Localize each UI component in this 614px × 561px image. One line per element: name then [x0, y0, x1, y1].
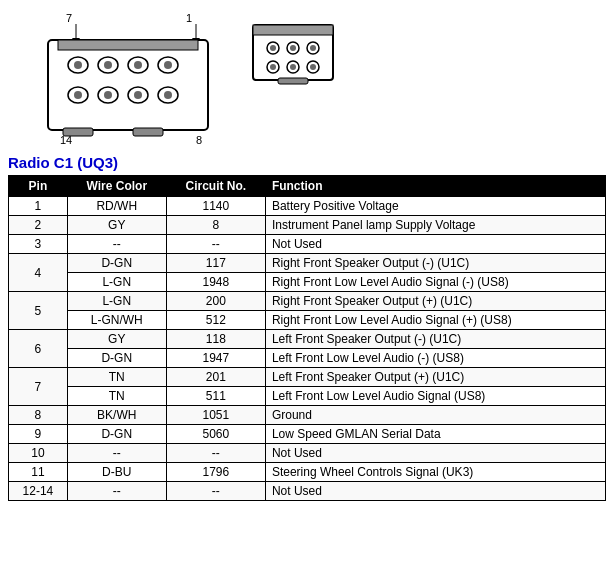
table-row: 9D-GN5060Low Speed GMLAN Serial Data [9, 425, 606, 444]
cell-function: Not Used [265, 482, 605, 501]
cell-wire: TN [67, 368, 166, 387]
cell-circuit: 117 [166, 254, 265, 273]
table-row: 1RD/WH1140Battery Positive Voltage [9, 197, 606, 216]
header-pin: Pin [9, 176, 68, 197]
cell-function: Left Front Speaker Output (+) (U1C) [265, 368, 605, 387]
header-circuit: Circuit No. [166, 176, 265, 197]
cell-wire: D-GN [67, 349, 166, 368]
cell-wire: L-GN/WH [67, 311, 166, 330]
label-1: 1 [186, 12, 192, 24]
cell-circuit: 512 [166, 311, 265, 330]
cell-wire: GY [67, 216, 166, 235]
table-row: 8BK/WH1051Ground [9, 406, 606, 425]
cell-pin: 3 [9, 235, 68, 254]
svg-point-33 [310, 45, 316, 51]
table-row: D-GN1947Left Front Low Level Audio (-) (… [9, 349, 606, 368]
cell-function: Low Speed GMLAN Serial Data [265, 425, 605, 444]
cell-circuit: -- [166, 235, 265, 254]
table-row: 3----Not Used [9, 235, 606, 254]
cell-pin: 6 [9, 330, 68, 368]
svg-rect-23 [133, 128, 163, 136]
table-row: 11D-BU1796Steering Wheel Controls Signal… [9, 463, 606, 482]
cell-wire: GY [67, 330, 166, 349]
cell-circuit: 511 [166, 387, 265, 406]
cell-wire: -- [67, 482, 166, 501]
svg-point-21 [164, 91, 172, 99]
cell-pin: 1 [9, 197, 68, 216]
svg-rect-4 [48, 40, 208, 130]
cell-wire: D-BU [67, 463, 166, 482]
svg-point-38 [290, 64, 296, 70]
svg-text:8: 8 [196, 134, 202, 145]
cell-circuit: 1140 [166, 197, 265, 216]
cell-function: Right Front Low Level Audio Signal (+) (… [265, 311, 605, 330]
svg-point-39 [310, 64, 316, 70]
header-wire-color: Wire Color [67, 176, 166, 197]
cell-pin: 9 [9, 425, 68, 444]
cell-circuit: 5060 [166, 425, 265, 444]
table-row: 6GY118Left Front Speaker Output (-) (U1C… [9, 330, 606, 349]
svg-point-19 [104, 91, 112, 99]
cell-function: Left Front Low Level Audio Signal (US8) [265, 387, 605, 406]
cell-pin: 10 [9, 444, 68, 463]
cell-circuit: 118 [166, 330, 265, 349]
cell-wire: RD/WH [67, 197, 166, 216]
cell-function: Left Front Low Level Audio (-) (US8) [265, 349, 605, 368]
cell-function: Ground [265, 406, 605, 425]
table-row: 2GY8Instrument Panel lamp Supply Voltage [9, 216, 606, 235]
small-connector-svg [248, 15, 338, 95]
table-row: L-GN1948Right Front Low Level Audio Sign… [9, 273, 606, 292]
cell-wire: BK/WH [67, 406, 166, 425]
cell-circuit: -- [166, 482, 265, 501]
table-row: 7TN201Left Front Speaker Output (+) (U1C… [9, 368, 606, 387]
section-title: Radio C1 (UQ3) [8, 154, 606, 171]
connector-diagram: 7 1 [8, 8, 606, 148]
label-7: 7 [66, 12, 72, 24]
svg-rect-27 [253, 25, 333, 35]
cell-wire: D-GN [67, 425, 166, 444]
table-row: 10----Not Used [9, 444, 606, 463]
cell-circuit: 1948 [166, 273, 265, 292]
svg-point-12 [134, 61, 142, 69]
cell-circuit: 200 [166, 292, 265, 311]
cell-function: Steering Wheel Controls Signal (UK3) [265, 463, 605, 482]
cell-wire: TN [67, 387, 166, 406]
cell-function: Instrument Panel lamp Supply Voltage [265, 216, 605, 235]
cell-function: Not Used [265, 444, 605, 463]
svg-point-11 [104, 61, 112, 69]
cell-circuit: 201 [166, 368, 265, 387]
svg-rect-5 [58, 40, 198, 50]
svg-point-18 [74, 91, 82, 99]
cell-wire: L-GN [67, 273, 166, 292]
table-row: 12-14----Not Used [9, 482, 606, 501]
table-row: L-GN/WH512Right Front Low Level Audio Si… [9, 311, 606, 330]
svg-point-20 [134, 91, 142, 99]
cell-circuit: 1796 [166, 463, 265, 482]
cell-function: Battery Positive Voltage [265, 197, 605, 216]
cell-wire: D-GN [67, 254, 166, 273]
table-row: 5L-GN200Right Front Speaker Output (+) (… [9, 292, 606, 311]
table-row: 4D-GN117Right Front Speaker Output (-) (… [9, 254, 606, 273]
svg-point-37 [270, 64, 276, 70]
cell-wire: -- [67, 444, 166, 463]
main-connector-svg: 14 8 [8, 10, 218, 145]
cell-function: Right Front Speaker Output (+) (U1C) [265, 292, 605, 311]
cell-pin: 12-14 [9, 482, 68, 501]
cell-function: Not Used [265, 235, 605, 254]
cell-circuit: -- [166, 444, 265, 463]
cell-pin: 5 [9, 292, 68, 330]
cell-pin: 2 [9, 216, 68, 235]
svg-point-31 [270, 45, 276, 51]
table-row: TN511Left Front Low Level Audio Signal (… [9, 387, 606, 406]
cell-circuit: 1947 [166, 349, 265, 368]
cell-function: Left Front Speaker Output (-) (U1C) [265, 330, 605, 349]
header-function: Function [265, 176, 605, 197]
cell-pin: 8 [9, 406, 68, 425]
wiring-table: Pin Wire Color Circuit No. Function 1RD/… [8, 175, 606, 501]
svg-rect-40 [278, 78, 308, 84]
cell-pin: 4 [9, 254, 68, 292]
cell-circuit: 1051 [166, 406, 265, 425]
cell-pin: 7 [9, 368, 68, 406]
cell-function: Right Front Low Level Audio Signal (-) (… [265, 273, 605, 292]
cell-wire: -- [67, 235, 166, 254]
